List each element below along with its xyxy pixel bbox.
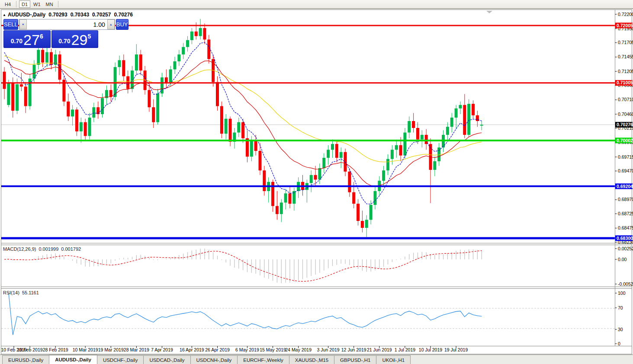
candle-body [314, 175, 317, 180]
sell-price-box[interactable]: 0.70 27 6 [3, 30, 51, 48]
candle-body [310, 175, 313, 183]
candle-body [11, 83, 14, 111]
axis-tick-label: 0.72200 [618, 12, 633, 17]
candle-body [361, 221, 364, 228]
collapse-arrow-icon[interactable]: ▲ [3, 13, 6, 17]
axis-tick-label: 0.69715 [618, 154, 633, 160]
candle-body [84, 122, 87, 136]
candle-body [259, 151, 262, 170]
symbol-tab-usdcad[interactable]: USDCAD-,Daily [143, 355, 190, 364]
axis-tick-label: 0.68970 [618, 197, 633, 202]
date-tick-label: 28 Mar 2019 [124, 347, 149, 352]
sell-button[interactable]: SELL [3, 19, 18, 30]
date-tick-label: 15 May 2019 [260, 347, 286, 352]
axis-tick-label: 0.71455 [618, 54, 633, 59]
axis-tick-label: 0.71705 [618, 40, 633, 45]
symbol-tab-usdcnh[interactable]: USDCNH-,Daily [190, 355, 238, 364]
symbol-tab-ukoil[interactable]: UKOil-,H1 [376, 355, 411, 364]
one-click-trade-panel: SELL ▼ ▲ BUY 0.70 27 6 0.70 29 5 [3, 19, 98, 48]
candle-body [254, 140, 257, 151]
date-tick-label: 10 Jul 2019 [419, 347, 442, 352]
rsi-axis-label: 100 [618, 291, 626, 296]
price-label-0.68300: 0.68300 [617, 236, 633, 241]
symbol-tab-eurchf[interactable]: EURCHF-,Weekly [237, 355, 289, 364]
candle-body [340, 152, 343, 158]
candle-body [177, 54, 180, 61]
date-tick-label: 6 May 2019 [235, 347, 259, 352]
period-toolbar: H4D1W1MN [0, 0, 633, 9]
candle-body [280, 203, 283, 214]
candle-body [195, 32, 198, 36]
candle-body [71, 109, 74, 116]
candle-body [450, 118, 453, 127]
candle-body [370, 205, 373, 220]
period-button-h4[interactable]: H4 [2, 0, 13, 8]
sell-price-main: 0.70 [11, 38, 22, 45]
candle-body [80, 122, 83, 131]
period-button-d1[interactable]: D1 [19, 0, 30, 8]
candle-body [148, 90, 151, 107]
buy-button[interactable]: BUY [116, 19, 129, 30]
period-button-w1[interactable]: W1 [31, 0, 43, 8]
candle-body [229, 119, 232, 142]
candle-body [284, 193, 287, 202]
candle-body [45, 52, 48, 63]
macd-value-2: 0.001792 [61, 246, 81, 252]
buy-price-pips: 29 [71, 32, 88, 48]
candle-body [207, 39, 210, 59]
candle-body [391, 150, 394, 159]
candle-body [382, 170, 385, 181]
volume-input[interactable] [27, 19, 107, 29]
axis-tick-label: 0.70710 [618, 97, 633, 102]
macd-indicator-label: MACD(12,26,9)0.0019990.001792 [3, 246, 84, 252]
candle-body [331, 144, 334, 150]
date-tick-label: 3 Jun 2019 [317, 347, 340, 352]
candle-body [288, 193, 291, 204]
candle-body [139, 54, 142, 70]
buy-price-box[interactable]: 0.70 29 5 [51, 30, 99, 48]
volume-increase-button[interactable]: ▲ [107, 19, 115, 29]
candle-body [101, 98, 104, 114]
candle-body [92, 107, 95, 118]
date-tick-label: 24 May 2019 [285, 347, 312, 352]
buy-price-point: 5 [87, 33, 91, 40]
macd-axis-label: -0.005234 [618, 281, 633, 287]
macd-axis-label: 0.00 [618, 257, 627, 262]
candle-body [467, 104, 470, 135]
candle-body [433, 161, 436, 170]
ohlc-low: 0.70257 [92, 12, 111, 18]
toolbar-separator [58, 1, 58, 7]
chart-canvas[interactable]: 0.722000.719500.717050.714550.712050.709… [0, 0, 633, 364]
candle-body [169, 69, 172, 83]
candle-body [75, 109, 78, 131]
candle-body [352, 192, 355, 204]
candle-body [373, 191, 376, 205]
candle-body [186, 40, 189, 47]
axis-tick-label: 0.71205 [618, 69, 633, 74]
date-tick-label: 19 Jul 2019 [444, 347, 468, 352]
date-tick-label: 12 Jun 2019 [341, 347, 366, 352]
symbol-tab-gbpusd[interactable]: GBPUSD-,H1 [334, 355, 376, 364]
symbol-tab-usdchf[interactable]: USDCHF-,Daily [97, 355, 144, 364]
candle-body [357, 204, 360, 221]
symbol-tab-xauusd[interactable]: XAUUSD-,M15 [289, 355, 334, 364]
candle-body [395, 145, 398, 150]
candle-body [399, 145, 402, 156]
ohlc-high: 0.70343 [71, 12, 89, 18]
candle-body [412, 121, 415, 128]
date-tick-label: 16 Apr 2019 [180, 347, 204, 352]
candle-body [416, 128, 419, 140]
symbol-tab-eurusd[interactable]: EURUSD-,Daily [2, 355, 49, 364]
macd-name: MACD(12,26,9) [3, 246, 36, 252]
period-button-mn[interactable]: MN [44, 0, 55, 8]
candle-body [348, 172, 351, 192]
ohlc-close: 0.70276 [114, 12, 132, 18]
symbol-tab-audusd[interactable]: AUDUSD-,Daily [49, 355, 97, 364]
candle-body [403, 133, 406, 156]
axis-tick-label: 0.68725 [618, 211, 633, 216]
candle-body [250, 140, 253, 156]
rsi-indicator-label: RSI(14)55.1161 [3, 290, 42, 295]
candle-body [190, 32, 193, 40]
candle-body [32, 65, 35, 79]
volume-decrease-button[interactable]: ▼ [19, 19, 27, 29]
